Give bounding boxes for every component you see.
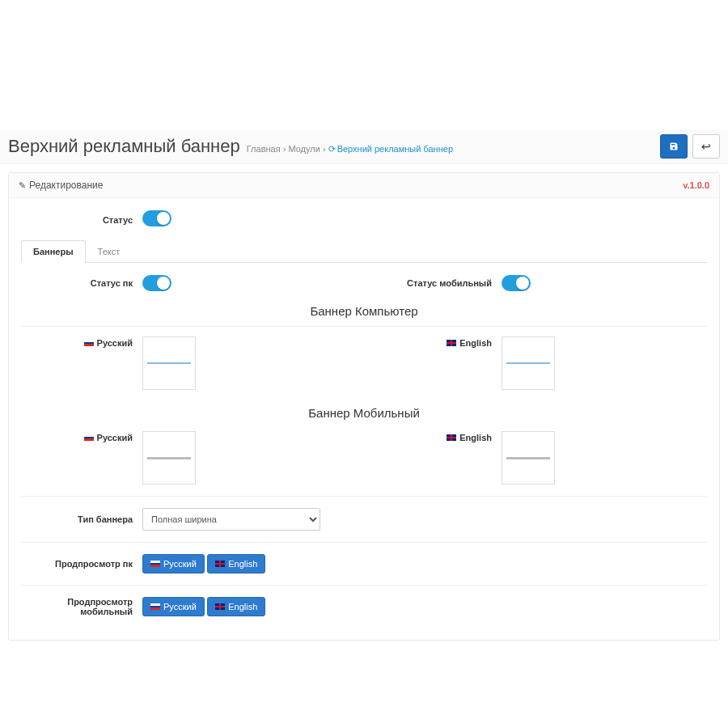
status-mobile-label: Статус мобильный bbox=[364, 278, 502, 288]
preview-mobile-en-button[interactable]: English bbox=[207, 597, 265, 616]
version-label: v.1.0.0 bbox=[683, 180, 709, 190]
tabs: Баннеры Текст bbox=[21, 240, 707, 263]
tab-banners[interactable]: Баннеры bbox=[21, 240, 86, 263]
image-upload-en-mobile[interactable] bbox=[502, 431, 555, 485]
flag-en-icon bbox=[447, 434, 456, 441]
section-title-pc: Баннер Компьютер bbox=[21, 299, 707, 327]
page-title: Верхний рекламный баннер bbox=[8, 136, 240, 157]
status-toggle[interactable] bbox=[142, 210, 171, 226]
image-upload-ru-pc[interactable] bbox=[142, 336, 196, 390]
lang-label-ru-pc: Русский bbox=[21, 336, 142, 348]
back-icon bbox=[701, 140, 711, 153]
preview-pc-ru-button[interactable]: Русский bbox=[142, 554, 205, 574]
banner-type-select[interactable]: Полная ширина bbox=[142, 508, 320, 531]
preview-mobile-ru-button[interactable]: Русский bbox=[142, 597, 205, 616]
preview-mobile-label: Продпросмотр мобильный bbox=[21, 597, 142, 616]
lang-label-en-mobile: English bbox=[364, 431, 502, 442]
save-icon bbox=[669, 142, 679, 151]
save-button[interactable] bbox=[660, 134, 688, 159]
flag-ru-icon bbox=[150, 603, 160, 610]
breadcrumb-home[interactable]: Главная bbox=[247, 144, 281, 154]
lang-label-en-pc: English bbox=[364, 336, 502, 348]
status-pc-label: Статус пк bbox=[21, 278, 142, 288]
status-label: Статус bbox=[21, 215, 142, 225]
section-title-mobile: Баннер Мобильный bbox=[21, 401, 707, 428]
flag-en-icon bbox=[215, 561, 225, 567]
breadcrumb: Главная › Модули › ⟳Верхний рекламный ба… bbox=[247, 144, 453, 154]
pencil-icon bbox=[19, 180, 29, 191]
flag-ru-icon bbox=[84, 340, 94, 346]
reload-icon: ⟳ bbox=[328, 144, 336, 154]
back-button[interactable] bbox=[692, 134, 720, 159]
flag-ru-icon bbox=[150, 561, 160, 567]
tab-text[interactable]: Текст bbox=[86, 240, 133, 263]
preview-pc-label: Продпросмотр пк bbox=[21, 559, 142, 569]
edit-panel: Редактирование v.1.0.0 Статус Баннеры Те… bbox=[8, 172, 720, 641]
image-upload-ru-mobile[interactable] bbox=[142, 431, 196, 485]
preview-pc-en-button[interactable]: English bbox=[207, 554, 265, 574]
flag-en-icon bbox=[215, 603, 225, 610]
page-header: Верхний рекламный баннер Главная › Модул… bbox=[0, 129, 728, 164]
image-upload-en-pc[interactable] bbox=[502, 336, 555, 390]
banner-type-label: Тип баннера bbox=[21, 514, 142, 524]
status-pc-toggle[interactable] bbox=[142, 275, 171, 291]
panel-title: Редактирование bbox=[19, 180, 103, 191]
flag-ru-icon bbox=[84, 434, 94, 441]
breadcrumb-modules[interactable]: Модули bbox=[288, 144, 320, 154]
breadcrumb-current[interactable]: Верхний рекламный баннер bbox=[337, 144, 453, 154]
lang-label-ru-mobile: Русский bbox=[21, 431, 142, 442]
flag-en-icon bbox=[447, 340, 456, 346]
status-mobile-toggle[interactable] bbox=[502, 275, 531, 291]
